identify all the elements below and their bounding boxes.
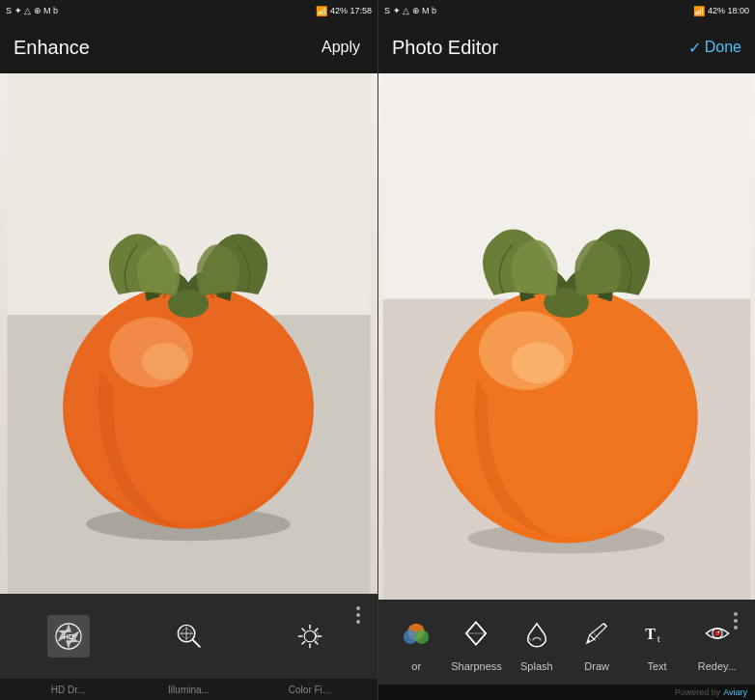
left-status-left-text: S ✦ △ ⊕ M b	[6, 6, 58, 15]
left-app-bar: Enhance Apply	[0, 21, 378, 73]
left-battery-icon: 📶	[316, 6, 327, 16]
right-panel: S ✦ △ ⊕ M b 📶 42% 18:00 Photo Editor ✓ D…	[378, 0, 755, 700]
left-panel: S ✦ △ ⊕ M b 📶 42% 17:58 Enhance Apply	[0, 0, 378, 700]
tool-draw-label: Draw	[584, 660, 609, 672]
tool-draw[interactable]: Draw	[567, 612, 627, 672]
aviary-bar: Powered by Aviary	[378, 685, 755, 700]
left-status-icons-right: 📶 42% 17:58	[316, 6, 372, 16]
tool-color[interactable]: or	[386, 612, 446, 672]
svg-point-34	[415, 630, 430, 644]
done-check-icon: ✓	[688, 39, 701, 57]
left-app-title: Enhance	[14, 37, 90, 59]
tool-draw-icon-wrap	[575, 612, 618, 655]
svg-line-12	[192, 639, 200, 647]
tool-redeye-label: Redey...	[698, 660, 737, 672]
right-battery-icon: 📶	[693, 6, 705, 16]
done-label: Done	[705, 39, 741, 56]
tool-sharpness-icon-wrap	[455, 612, 497, 655]
tool-colorfix-icon-wrap	[289, 615, 331, 658]
more-dot-3	[356, 620, 360, 624]
hd-icon: HD	[53, 621, 84, 652]
left-status-icons-left: S ✦ △ ⊕ M b	[6, 6, 58, 15]
magnify-icon	[174, 621, 205, 652]
right-persimmon-image	[378, 73, 755, 600]
pencil-icon	[581, 618, 612, 649]
svg-text:HD: HD	[63, 632, 73, 641]
label-colorfix: Color Fi...	[249, 685, 370, 695]
color-icon	[401, 618, 432, 649]
right-status-left-text: S ✦ △ ⊕ M b	[384, 6, 436, 15]
done-button[interactable]: ✓ Done	[688, 39, 741, 57]
right-status-icons-right: 📶 42% 18:00	[693, 6, 749, 16]
diamond-icon	[461, 618, 491, 649]
svg-point-6	[142, 343, 188, 380]
tool-text-label: Text	[647, 660, 666, 672]
svg-text:T: T	[646, 626, 657, 642]
svg-point-42	[717, 630, 719, 632]
tool-text[interactable]: T t Text	[627, 612, 686, 672]
left-persimmon-image	[0, 73, 378, 594]
aviary-brand: Aviary	[723, 687, 747, 697]
svg-line-20	[302, 629, 305, 631]
right-more-dot-2	[734, 619, 738, 623]
tool-sharpness[interactable]: Sharpness	[446, 612, 506, 672]
more-dot-1	[356, 606, 360, 610]
tool-colorfix[interactable]	[266, 615, 353, 658]
powered-by-text: Powered by	[675, 687, 721, 697]
text-icon: T t	[641, 618, 672, 649]
tool-hd-icon-wrap: HD	[47, 615, 90, 658]
right-toolbar: or Sharpness Sp	[378, 600, 755, 685]
right-status-icons-left: S ✦ △ ⊕ M b	[384, 6, 436, 15]
apply-button[interactable]: Apply	[318, 31, 364, 64]
left-status-bar: S ✦ △ ⊕ M b 📶 42% 17:58	[0, 0, 378, 21]
svg-point-15	[304, 630, 316, 642]
right-app-title: Photo Editor	[392, 37, 498, 59]
tool-color-label: or	[411, 660, 421, 672]
right-battery-pct: 42% 18:00	[708, 6, 749, 15]
label-illuminate: Illumina...	[128, 685, 249, 695]
right-app-bar: Photo Editor ✓ Done	[378, 21, 755, 73]
left-photo-area	[0, 73, 378, 594]
right-more-button[interactable]	[722, 607, 749, 634]
left-battery-pct: 42% 17:58	[330, 6, 372, 15]
more-dot-2	[356, 613, 360, 617]
tool-enhance-icon-wrap	[168, 615, 210, 658]
right-more-dot-3	[734, 626, 738, 630]
label-hd: HD Dr...	[8, 685, 128, 695]
colorfix-icon	[294, 621, 325, 652]
left-label-bar: HD Dr... Illumina... Color Fi...	[0, 679, 378, 700]
tool-color-icon-wrap	[395, 612, 437, 655]
svg-text:t: t	[657, 632, 660, 644]
svg-line-36	[528, 637, 531, 640]
tool-enhance[interactable]	[146, 615, 233, 658]
tool-sharpness-label: Sharpness	[451, 660, 502, 672]
right-more-dot-1	[734, 612, 738, 616]
right-status-bar: S ✦ △ ⊕ M b 📶 42% 18:00	[378, 0, 755, 21]
tool-splash-label: Splash	[520, 660, 553, 672]
tool-text-icon-wrap: T t	[635, 612, 678, 655]
left-more-button[interactable]	[345, 602, 372, 629]
svg-point-30	[512, 342, 565, 383]
left-toolbar: HD	[0, 594, 378, 679]
drop-icon	[521, 618, 552, 649]
svg-line-23	[302, 641, 305, 644]
tool-hd[interactable]: HD	[25, 615, 112, 658]
tool-splash[interactable]: Splash	[507, 612, 567, 672]
right-photo-area	[378, 73, 755, 600]
tool-splash-icon-wrap	[516, 612, 558, 655]
